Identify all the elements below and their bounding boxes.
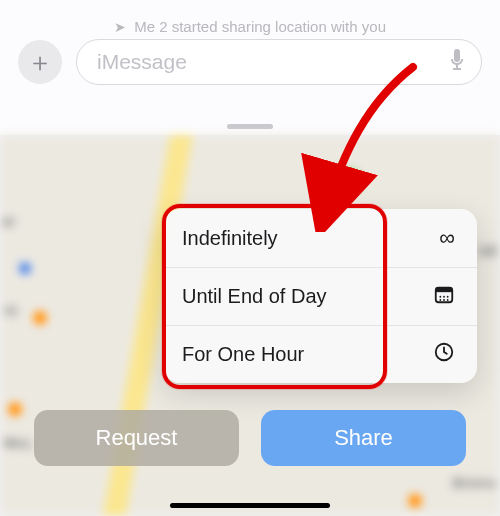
calendar-icon — [433, 283, 455, 311]
svg-point-7 — [447, 299, 449, 301]
menu-item-label: For One Hour — [182, 343, 304, 366]
clock-icon — [433, 341, 455, 369]
map-label: McL — [4, 435, 34, 451]
menu-item-label: Indefinitely — [182, 227, 278, 250]
message-placeholder: iMessage — [97, 50, 187, 74]
svg-rect-1 — [436, 287, 453, 292]
menu-item-one-hour[interactable]: For One Hour — [164, 325, 477, 383]
share-duration-menu: Indefinitely ∞ Until End of Day For One … — [164, 209, 477, 383]
microphone-icon[interactable] — [449, 49, 465, 76]
status-line: ➤ Me 2 started sharing location with you — [0, 18, 500, 35]
action-buttons: Request Share — [34, 410, 466, 466]
compose-bar: ➤ Me 2 started sharing location with you… — [0, 0, 500, 135]
status-text: Me 2 started sharing location with you — [134, 18, 386, 35]
request-button[interactable]: Request — [34, 410, 239, 466]
svg-point-2 — [439, 295, 441, 297]
svg-point-6 — [443, 299, 445, 301]
menu-item-indefinitely[interactable]: Indefinitely ∞ — [164, 209, 477, 267]
svg-point-3 — [443, 295, 445, 297]
map-label: Bistro — [453, 475, 496, 491]
button-label: Request — [96, 425, 178, 451]
svg-point-4 — [447, 295, 449, 297]
menu-item-end-of-day[interactable]: Until End of Day — [164, 267, 477, 325]
map-label: Vi — [4, 303, 18, 319]
map-label: SE — [478, 243, 498, 259]
drag-handle[interactable] — [227, 124, 273, 129]
plus-icon: ＋ — [27, 45, 53, 80]
share-button[interactable]: Share — [261, 410, 466, 466]
add-button[interactable]: ＋ — [18, 40, 62, 84]
infinity-icon: ∞ — [439, 225, 455, 251]
location-arrow-icon: ➤ — [114, 19, 126, 35]
home-indicator — [170, 503, 330, 508]
button-label: Share — [334, 425, 393, 451]
menu-item-label: Until End of Day — [182, 285, 327, 308]
message-input[interactable]: iMessage — [76, 39, 482, 85]
svg-point-5 — [439, 299, 441, 301]
map-label: ar — [2, 213, 16, 229]
